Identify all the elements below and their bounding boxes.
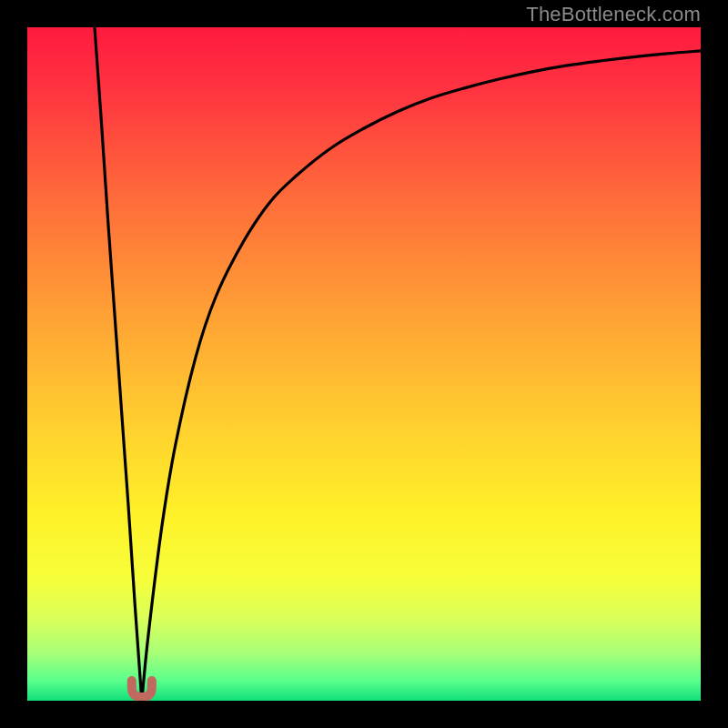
- watermark-label: TheBottleneck.com: [526, 3, 701, 26]
- curve-left-branch: [95, 27, 142, 701]
- chart-frame: TheBottleneck.com: [0, 0, 728, 728]
- curve-right-branch: [142, 51, 701, 701]
- plot-area: [27, 27, 701, 701]
- curve-layer: [27, 27, 701, 701]
